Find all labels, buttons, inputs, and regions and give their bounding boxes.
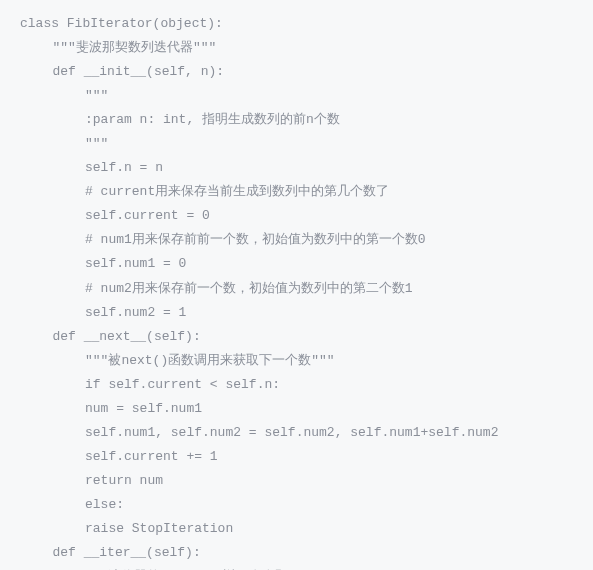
code-line: raise StopIteration xyxy=(20,517,573,541)
code-line: """斐波那契数列迭代器""" xyxy=(20,36,573,60)
code-line: # num1用来保存前前一个数，初始值为数列中的第一个数0 xyxy=(20,228,573,252)
code-block: class FibIterator(object):"""斐波那契数列迭代器""… xyxy=(20,12,573,570)
code-line: def __init__(self, n): xyxy=(20,60,573,84)
code-line: """ xyxy=(20,84,573,108)
code-line: return num xyxy=(20,469,573,493)
code-line: def __next__(self): xyxy=(20,325,573,349)
code-line: num = self.num1 xyxy=(20,397,573,421)
code-line: self.current += 1 xyxy=(20,445,573,469)
code-line: self.num1 = 0 xyxy=(20,252,573,276)
code-line: self.num1, self.num2 = self.num2, self.n… xyxy=(20,421,573,445)
code-line: self.current = 0 xyxy=(20,204,573,228)
code-line: self.n = n xyxy=(20,156,573,180)
code-line: if self.current < self.n: xyxy=(20,373,573,397)
code-line: """迭代器的__iter__返回自身即可""" xyxy=(20,565,573,570)
code-line: # num2用来保存前一个数，初始值为数列中的第二个数1 xyxy=(20,277,573,301)
code-line: self.num2 = 1 xyxy=(20,301,573,325)
code-line: """被next()函数调用来获取下一个数""" xyxy=(20,349,573,373)
code-line: # current用来保存当前生成到数列中的第几个数了 xyxy=(20,180,573,204)
code-line: else: xyxy=(20,493,573,517)
code-line: def __iter__(self): xyxy=(20,541,573,565)
code-line: class FibIterator(object): xyxy=(20,12,573,36)
code-line: :param n: int, 指明生成数列的前n个数 xyxy=(20,108,573,132)
code-line: """ xyxy=(20,132,573,156)
